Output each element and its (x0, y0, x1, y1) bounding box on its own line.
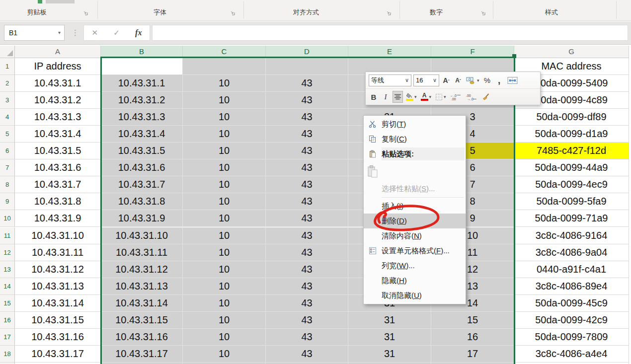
menu-item-clear-contents[interactable]: 清除内容(N) (364, 228, 466, 243)
cell-D15[interactable]: 43 (266, 295, 348, 312)
menu-item-paste-options[interactable]: 粘贴选项: (364, 146, 466, 161)
cell-C6[interactable]: 10 (183, 143, 266, 159)
cell-A16[interactable]: 10.43.31.15 (15, 312, 101, 329)
cell-C3[interactable]: 10 (183, 92, 266, 109)
row-header-17[interactable]: 17 (0, 329, 15, 346)
cell-D13[interactable]: 43 (266, 261, 348, 278)
row-header-5[interactable]: 5 (0, 126, 15, 143)
cell-C13[interactable]: 10 (183, 261, 266, 278)
cell-G5[interactable]: 50da-0099-d1a9 (514, 126, 629, 143)
increase-decimal-icon[interactable]: ←.0.00 (449, 91, 463, 103)
cell-G13[interactable]: 0440-a91f-c4a1 (514, 261, 629, 278)
cell-D5[interactable]: 43 (266, 126, 348, 143)
cell-A11[interactable]: 10.43.31.10 (15, 227, 101, 244)
cell-D11[interactable]: 43 (266, 227, 348, 244)
cell-C7[interactable]: 10 (183, 159, 266, 176)
row-header-7[interactable]: 7 (0, 159, 15, 176)
cell-B12[interactable]: 10.43.31.11 (101, 244, 183, 261)
row-header-12[interactable]: 12 (0, 244, 15, 261)
cell-B4[interactable]: 10.43.31.3 (101, 109, 183, 126)
cell-C8[interactable]: 10 (183, 176, 266, 193)
row-header-14[interactable]: 14 (0, 278, 15, 295)
dialog-launcher-icon[interactable] (386, 10, 392, 16)
decrease-font-size-icon[interactable]: Aˇ (453, 74, 463, 86)
cell-A14[interactable]: 10.43.31.13 (15, 278, 101, 295)
cell-D16[interactable]: 43 (266, 312, 348, 329)
cell-E16[interactable]: 31 (348, 312, 431, 329)
cell-C14[interactable]: 10 (183, 278, 266, 295)
cell-D18[interactable]: 43 (266, 346, 348, 363)
cell-A1[interactable]: IP address (15, 58, 101, 75)
cell-B7[interactable]: 10.43.31.6 (101, 159, 183, 176)
cell-C4[interactable]: 10 (183, 109, 266, 126)
row-header-3[interactable]: 3 (0, 92, 15, 109)
cell-A6[interactable]: 10.43.31.5 (15, 143, 101, 159)
row-header-15[interactable]: 15 (0, 295, 15, 312)
cell-C9[interactable]: 10 (183, 193, 266, 210)
cell-B18[interactable]: 10.43.31.17 (101, 346, 183, 363)
cell-A8[interactable]: 10.43.31.7 (15, 176, 101, 193)
dialog-launcher-icon[interactable] (82, 10, 88, 16)
dialog-launcher-icon[interactable] (230, 10, 236, 16)
cell-B13[interactable]: 10.43.31.12 (101, 261, 183, 278)
select-all-corner[interactable] (0, 46, 15, 58)
cell-G4[interactable]: 50da-0099-df89 (514, 109, 629, 126)
cell-F17[interactable]: 16 (431, 329, 514, 346)
percent-style-icon[interactable]: % (482, 74, 492, 86)
cell-A18[interactable]: 10.43.31.17 (15, 346, 101, 363)
cell-A2[interactable]: 10.43.31.1 (15, 75, 101, 92)
cell-G7[interactable]: 50da-0099-44a9 (514, 159, 629, 176)
row-header-11[interactable]: 11 (0, 227, 15, 244)
cell-D12[interactable]: 43 (266, 244, 348, 261)
comma-style-icon[interactable]: , (494, 74, 504, 86)
cell-A17[interactable]: 10.43.31.16 (15, 329, 101, 346)
formula-bar-grip-icon[interactable]: ⋮ (72, 25, 79, 40)
row-header-10[interactable]: 10 (0, 210, 15, 227)
cell-C16[interactable]: 10 (183, 312, 266, 329)
menu-item-column-width[interactable]: 列宽(W)... (364, 258, 466, 273)
cell-G17[interactable]: 50da-0099-7809 (514, 329, 629, 346)
menu-item-unhide[interactable]: 取消隐藏(U) (364, 288, 466, 303)
font-size-select[interactable]: 16 ∨ (413, 74, 439, 86)
cell-B16[interactable]: 10.43.31.15 (101, 312, 183, 329)
cell-D9[interactable]: 43 (266, 193, 348, 210)
decrease-decimal-icon[interactable]: .00→.0 (465, 91, 479, 103)
cell-A3[interactable]: 10.43.31.2 (15, 92, 101, 109)
cell-D1[interactable] (266, 58, 348, 75)
bold-icon[interactable]: B (369, 91, 379, 103)
row-header-16[interactable]: 16 (0, 312, 15, 329)
column-header-A[interactable]: A (15, 46, 101, 58)
cell-A10[interactable]: 10.43.31.9 (15, 210, 101, 227)
increase-font-size-icon[interactable]: Aˆ (441, 74, 451, 86)
cell-C12[interactable]: 10 (183, 244, 266, 261)
dialog-launcher-icon[interactable] (480, 10, 486, 16)
column-header-G[interactable]: G (514, 46, 629, 58)
cell-E18[interactable]: 31 (348, 346, 431, 363)
cell-F16[interactable]: 15 (431, 312, 514, 329)
format-painter-icon[interactable] (481, 91, 491, 103)
cell-G15[interactable]: 50da-0099-45c9 (514, 295, 629, 312)
cell-A12[interactable]: 10.43.31.11 (15, 244, 101, 261)
menu-item-paste[interactable] (364, 161, 466, 181)
cell-E17[interactable]: 31 (348, 329, 431, 346)
menu-item-format-cells[interactable]: 设置单元格格式(F)... (364, 243, 466, 258)
cell-D2[interactable]: 43 (266, 75, 348, 92)
name-box-dropdown-icon[interactable]: ▾ (58, 25, 61, 40)
cell-C1[interactable] (183, 58, 266, 75)
cell-A13[interactable]: 10.43.31.12 (15, 261, 101, 278)
cell-B11[interactable]: 10.43.31.10 (101, 227, 183, 244)
cell-D8[interactable]: 43 (266, 176, 348, 193)
row-header-1[interactable]: 1 (0, 58, 15, 75)
cell-B17[interactable]: 10.43.31.16 (101, 329, 183, 346)
menu-item-cut[interactable]: 剪切(T) (364, 117, 466, 132)
cell-D14[interactable]: 43 (266, 278, 348, 295)
cell-B3[interactable]: 10.43.31.2 (101, 92, 183, 109)
cell-B14[interactable]: 10.43.31.13 (101, 278, 183, 295)
cell-C17[interactable]: 10 (183, 329, 266, 346)
cell-G11[interactable]: 3c8c-4086-9164 (514, 227, 629, 244)
center-align-icon[interactable] (393, 91, 403, 103)
cell-A4[interactable]: 10.43.31.3 (15, 109, 101, 126)
cell-B9[interactable]: 10.43.31.8 (101, 193, 183, 210)
cell-G14[interactable]: 3c8c-4086-89e4 (514, 278, 629, 295)
italic-icon[interactable]: I (381, 91, 391, 103)
